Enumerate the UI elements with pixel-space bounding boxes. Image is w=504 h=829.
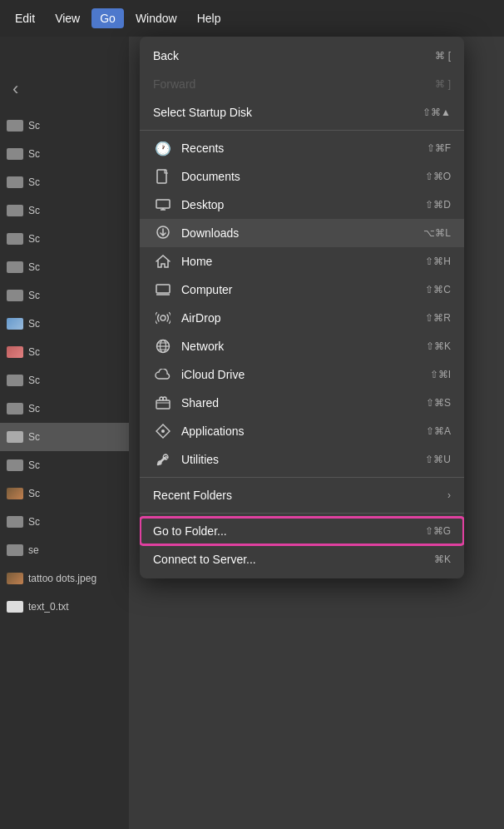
menu-item-startup-disk[interactable]: Select Startup Disk ⇧⌘▲ — [140, 98, 464, 127]
list-item[interactable]: Sc — [0, 281, 129, 310]
list-item[interactable]: Sc — [0, 479, 129, 508]
menu-divider — [140, 477, 464, 478]
menu-item-recents[interactable]: 🕐 Recents ⇧⌘F — [140, 134, 464, 162]
list-item[interactable]: Sc — [0, 310, 129, 338]
menu-item-label: Network — [181, 340, 426, 353]
menu-item-recent-folders[interactable]: Recent Folders › — [140, 481, 464, 509]
menu-item-label: iCloud Drive — [181, 368, 430, 381]
menu-item-shortcut: ⇧⌘H — [425, 256, 451, 267]
menu-divider — [140, 130, 464, 131]
menu-item-connect-server[interactable]: Connect to Server... ⌘K — [140, 545, 464, 573]
network-icon — [153, 336, 173, 356]
menu-item-label: Connect to Server... — [153, 553, 434, 566]
sidebar: ‹ Sc Sc Sc Sc Sc Sc Sc — [0, 37, 129, 829]
menu-item-home[interactable]: Home ⇧⌘H — [140, 247, 464, 276]
file-label: Sc — [28, 176, 40, 188]
menu-item-label: Recent Folders — [153, 489, 447, 502]
menu-item-label: Downloads — [181, 226, 423, 240]
file-icon — [7, 261, 23, 273]
menu-item-utilities[interactable]: Utilities ⇧⌘U — [140, 445, 464, 474]
menu-item-label: Recents — [181, 141, 427, 155]
file-icon — [7, 120, 23, 132]
menu-view[interactable]: View — [47, 8, 88, 28]
list-item[interactable]: se — [0, 536, 129, 564]
menu-edit[interactable]: Edit — [7, 8, 43, 28]
image-thumbnail — [7, 488, 23, 499]
list-item[interactable]: tattoo dots.jpeg — [0, 564, 129, 593]
list-item[interactable]: Sc — [0, 168, 129, 196]
sidebar-file-list: Sc Sc Sc Sc Sc Sc Sc Sc — [0, 112, 129, 621]
menu-item-label: Forward — [153, 77, 435, 91]
menu-item-label: Home — [181, 255, 425, 268]
menu-item-icloud[interactable]: iCloud Drive ⇧⌘I — [140, 360, 464, 389]
file-icon — [7, 431, 23, 443]
file-label: Sc — [28, 120, 40, 132]
menu-item-label: Desktop — [181, 198, 425, 211]
list-item[interactable]: Sc — [0, 451, 129, 479]
list-item[interactable]: Sc — [0, 112, 129, 140]
list-item[interactable]: Sc — [0, 508, 129, 536]
utilities-icon — [153, 449, 173, 469]
file-label: Sc — [28, 318, 40, 330]
menu-item-shortcut: ⇧⌘S — [426, 397, 451, 409]
menu-item-shortcut: ⌘ [ — [435, 50, 451, 62]
file-label: Sc — [28, 516, 40, 528]
file-label: Sc — [28, 431, 40, 443]
menu-item-label: Applications — [181, 424, 426, 438]
doc-thumbnail — [7, 601, 23, 613]
menu-item-shortcut: ⇧⌘G — [425, 525, 451, 537]
menu-item-shortcut: ⌘ ] — [435, 78, 451, 90]
list-item[interactable]: text_0.txt — [0, 593, 129, 621]
menu-go[interactable]: Go — [91, 8, 124, 28]
menu-item-goto-folder[interactable]: Go to Folder... ⇧⌘G — [140, 517, 464, 545]
menu-item-airdrop[interactable]: AirDrop ⇧⌘R — [140, 304, 464, 332]
menu-window[interactable]: Window — [127, 8, 185, 28]
file-label: Sc — [28, 261, 40, 273]
svg-rect-1 — [156, 200, 170, 208]
menu-item-back[interactable]: Back ⌘ [ — [140, 42, 464, 70]
menu-item-desktop[interactable]: Desktop ⇧⌘D — [140, 191, 464, 219]
back-button[interactable]: ‹ — [12, 78, 18, 100]
list-item[interactable]: Sc — [0, 253, 129, 281]
file-label: Sc — [28, 148, 40, 160]
menu-item-shared[interactable]: Shared ⇧⌘S — [140, 389, 464, 417]
menu-item-network[interactable]: Network ⇧⌘K — [140, 332, 464, 360]
menu-item-label: AirDrop — [181, 311, 425, 325]
menu-item-applications[interactable]: Applications ⇧⌘A — [140, 417, 464, 445]
list-item[interactable]: Sc — [0, 196, 129, 225]
list-item[interactable]: Sc — [0, 225, 129, 253]
menu-item-shortcut: ⇧⌘D — [425, 199, 451, 211]
menu-item-downloads[interactable]: Downloads ⌥⌘L — [140, 219, 464, 247]
menu-item-label: Go to Folder... — [153, 524, 425, 538]
file-label: Sc — [28, 290, 40, 301]
list-item[interactable]: Sc — [0, 366, 129, 395]
list-item[interactable]: Sc — [0, 140, 129, 168]
menu-item-label: Select Startup Disk — [153, 106, 422, 119]
menu-item-shortcut: ⇧⌘C — [425, 284, 451, 295]
menu-item-documents[interactable]: Documents ⇧⌘O — [140, 162, 464, 191]
menu-item-shortcut: ⌘K — [434, 553, 451, 565]
icloud-icon — [153, 365, 173, 385]
menu-item-label: Computer — [181, 283, 425, 296]
svg-rect-13 — [156, 400, 170, 409]
menu-item-shortcut: ⇧⌘A — [426, 425, 451, 437]
file-icon — [7, 459, 23, 471]
file-icon — [7, 205, 23, 216]
menu-item-computer[interactable]: Computer ⇧⌘C — [140, 276, 464, 304]
document-icon — [153, 166, 173, 186]
menu-help[interactable]: Help — [189, 8, 230, 28]
svg-rect-5 — [156, 285, 170, 293]
list-item[interactable]: Sc — [0, 395, 129, 423]
menu-item-shortcut: ⇧⌘I — [430, 369, 451, 380]
svg-point-14 — [161, 429, 165, 433]
download-icon — [153, 223, 173, 243]
list-item[interactable]: Sc — [0, 338, 129, 366]
menu-divider — [140, 513, 464, 514]
file-icon — [7, 176, 23, 188]
menu-item-shortcut: ⇧⌘U — [425, 454, 451, 465]
file-icon — [7, 403, 23, 414]
list-item[interactable]: Sc — [0, 423, 129, 451]
submenu-arrow-icon: › — [447, 489, 451, 501]
file-icon — [7, 148, 23, 160]
file-label: Sc — [28, 346, 40, 358]
